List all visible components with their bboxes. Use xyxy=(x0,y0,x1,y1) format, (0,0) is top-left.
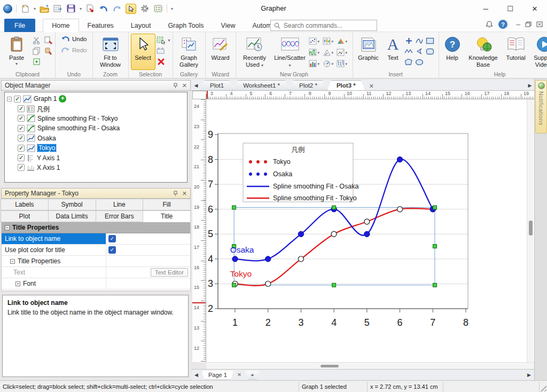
selection-handle[interactable] xyxy=(232,206,236,209)
visibility-checkbox[interactable]: ✓ xyxy=(18,105,25,112)
tutorial-button[interactable]: Tutorial xyxy=(503,34,529,70)
visibility-checkbox[interactable]: ✓ xyxy=(18,115,25,122)
vertical-scroll-thumb[interactable] xyxy=(529,221,533,236)
pin-icon[interactable] xyxy=(173,191,178,197)
vertical-ruler[interactable]: 242322212019181716151413121110 xyxy=(192,99,206,362)
tree-item-凡例[interactable]: ✓凡例 xyxy=(5,104,187,113)
new-box-plot-button[interactable]: ▾ xyxy=(323,36,337,47)
tab-file[interactable]: File xyxy=(4,19,35,32)
tree-item-tokyo[interactable]: ✓Tokyo xyxy=(5,143,187,153)
object-manager-header[interactable]: Object Manager ✕ xyxy=(1,80,191,91)
bell-icon[interactable] xyxy=(486,20,493,28)
data-point-tokyo[interactable] xyxy=(331,231,337,237)
property-row-text[interactable]: TextText Editor xyxy=(2,267,190,278)
document-tab-plot3[interactable]: Plot3 * xyxy=(327,80,365,90)
visibility-checkbox[interactable]: ✓ xyxy=(18,145,25,152)
page-scroll-left-icon[interactable]: ◀ xyxy=(191,372,201,378)
select-object-icon[interactable] xyxy=(157,46,166,55)
fit-curve-tokyo[interactable] xyxy=(235,208,433,286)
insert-zigzag-icon[interactable] xyxy=(404,47,413,56)
new-surface-plot-button[interactable]: ▾ xyxy=(337,36,350,47)
data-point-osaka[interactable] xyxy=(232,256,238,262)
new-step-plot-button[interactable]: ▾ xyxy=(309,47,323,58)
add-to-graph-icon[interactable]: + xyxy=(59,95,66,103)
cut-icon[interactable] xyxy=(32,36,41,44)
insert-graphic-button[interactable]: Graphic xyxy=(355,34,382,70)
property-tab-labels[interactable]: Labels xyxy=(1,199,49,210)
property-row-title-properties[interactable]: −Title Properties xyxy=(2,256,190,267)
copy-icon[interactable] xyxy=(32,46,41,55)
search-input[interactable] xyxy=(284,22,369,29)
insert-ellipse-icon[interactable] xyxy=(415,58,424,66)
graph-1[interactable]: 1234567823456789凡例TokyoOsakaSpline smoot… xyxy=(206,99,534,362)
close-document-tab-icon[interactable]: ✕ xyxy=(369,83,374,90)
tab-scroll-right-icon[interactable]: ▶ xyxy=(526,83,534,90)
document-tab-worksheet1[interactable]: Worksheet1 * xyxy=(234,80,289,90)
insert-polygon-icon[interactable] xyxy=(404,58,413,66)
visibility-checkbox[interactable]: ✓ xyxy=(18,125,25,132)
block-select-icon[interactable] xyxy=(157,36,166,44)
redo-button[interactable]: Redo xyxy=(58,45,90,55)
insert-polyline-icon[interactable] xyxy=(404,36,413,45)
canvas-vertical-scrollbar[interactable] xyxy=(527,99,534,362)
tab-home[interactable]: Home xyxy=(43,19,79,32)
data-point-tokyo[interactable] xyxy=(364,219,370,224)
block-select-caret[interactable]: ▾ xyxy=(168,38,170,43)
search-commands-box[interactable] xyxy=(270,20,377,31)
property-tab-line[interactable]: Line xyxy=(96,199,144,210)
new-ternary-plot-button[interactable]: ▾ xyxy=(323,47,337,58)
document-tab-plot2[interactable]: Plot2 * xyxy=(290,80,326,90)
data-point-osaka[interactable] xyxy=(364,231,370,237)
restore-window-icon[interactable] xyxy=(525,21,532,27)
new-bar-chart-button[interactable]: ▾ xyxy=(309,58,323,69)
plot-label-tokyo[interactable]: Tokyo xyxy=(230,269,252,278)
property-row-title-properties[interactable]: −Title Properties xyxy=(2,222,190,233)
property-manager-header[interactable]: Property Manager - Tokyo ✕ xyxy=(1,188,191,199)
horizontal-scroll-thumb[interactable] xyxy=(321,365,339,367)
page-tab-page-1[interactable]: Page 1 xyxy=(201,371,234,380)
close-panel-icon[interactable]: ✕ xyxy=(182,82,187,89)
data-point-osaka[interactable] xyxy=(265,256,271,262)
visibility-checkbox[interactable]: ✓ xyxy=(14,96,21,103)
data-point-osaka[interactable] xyxy=(397,156,402,162)
canvas-horizontal-scrollbar[interactable] xyxy=(206,362,534,369)
recently-used-button[interactable]: Recently Used ▾ xyxy=(238,34,271,70)
selection-handle[interactable] xyxy=(232,283,236,287)
selection-box[interactable] xyxy=(234,207,435,285)
tab-view[interactable]: View xyxy=(213,19,244,32)
tree-item-spline-smoothing-fit-tokyo[interactable]: ✓Spline smoothing Fit - Tokyo xyxy=(5,114,187,123)
notifications-tab[interactable]: Notifications xyxy=(535,80,547,134)
property-row-font[interactable]: +Font xyxy=(2,278,190,289)
close-page-tab-icon[interactable]: ✕ xyxy=(237,372,241,378)
text-editor-button[interactable]: Text Editor xyxy=(151,268,188,277)
insert-rectangle-icon[interactable] xyxy=(426,36,435,45)
close-button[interactable]: ✕ xyxy=(522,0,547,17)
ribbon-minimize-icon[interactable]: ─ xyxy=(516,21,520,28)
tab-graph-tools[interactable]: Graph Tools xyxy=(159,19,212,32)
add-page-tab[interactable]: + xyxy=(245,371,260,380)
fit-to-window-button[interactable]: Fit to Window xyxy=(95,34,126,70)
collapse-icon[interactable]: − xyxy=(5,225,10,230)
selection-handle[interactable] xyxy=(433,283,437,287)
new-line-symbol-plot-button[interactable]: ▾ xyxy=(337,47,350,58)
new-hi-low-plot-button[interactable]: ▾ xyxy=(337,58,350,69)
property-tab-error-bars[interactable]: Error Bars xyxy=(96,210,144,222)
format-painter-icon[interactable] xyxy=(44,46,53,55)
expand-icon[interactable]: + xyxy=(15,281,20,286)
tree-item-osaka[interactable]: ✓Osaka xyxy=(5,134,187,143)
paste-button[interactable]: Paste ▾ xyxy=(2,34,31,70)
collapse-icon[interactable]: − xyxy=(10,259,15,264)
object-manager-tree[interactable]: −✓Graph 1+✓凡例✓Spline smoothing Fit - Tok… xyxy=(4,92,187,183)
tree-item-x-axis-1[interactable]: ✓X Axis 1 xyxy=(5,163,187,173)
legend[interactable]: 凡例TokyoOsakaSpline smoothing Fit - Osaka… xyxy=(243,143,359,202)
visibility-checkbox[interactable]: ✓ xyxy=(18,164,25,171)
tab-scroll-left-icon[interactable]: ◀ xyxy=(191,83,201,90)
plot-label-osaka[interactable]: Osaka xyxy=(230,245,254,254)
checkbox-checked-icon[interactable]: ✓ xyxy=(108,235,116,242)
visibility-checkbox[interactable]: ✓ xyxy=(18,135,25,142)
selection-handle[interactable] xyxy=(433,206,437,209)
plot-canvas[interactable]: 1234567823456789凡例TokyoOsakaSpline smoot… xyxy=(206,99,534,362)
page-scroll-right-icon[interactable]: ▶ xyxy=(524,372,534,378)
new-polar-plot-button[interactable]: ▾ xyxy=(323,58,337,69)
selection-handle[interactable] xyxy=(332,283,336,287)
